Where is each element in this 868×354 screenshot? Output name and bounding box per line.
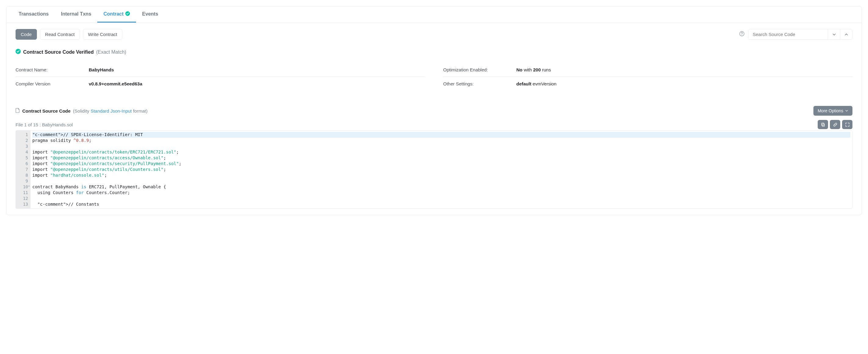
tab-contract[interactable]: Contract <box>97 6 136 23</box>
verified-subtitle: (Exact Match) <box>96 50 126 55</box>
verified-badge-icon <box>125 11 130 17</box>
code-line: pragma solidity ^0.8.9; <box>32 138 850 143</box>
file-icon <box>16 108 20 114</box>
search-next-button[interactable] <box>828 29 840 39</box>
contract-panel: Transactions Internal Txns Contract Even… <box>6 6 862 215</box>
code-line: "c-comment">// Constants <box>32 201 850 207</box>
help-icon[interactable] <box>739 31 744 37</box>
line-number-gutter: 12345678910▾111213 <box>16 130 31 208</box>
code-line: import "@openzeppelin/contracts/token/ER… <box>32 149 850 155</box>
contract-name-value: BabyHands <box>89 67 114 72</box>
code-line: "c-comment">// SPDX-License-Identifier: … <box>32 132 850 138</box>
contract-subbar: Code Read Contract Write Contract <box>16 29 852 40</box>
subtab-group: Code Read Contract Write Contract <box>16 29 122 40</box>
file-position-label: File 1 of 15 : BabyHands.sol <box>16 122 73 127</box>
search-prev-button[interactable] <box>840 29 852 39</box>
subbar-right <box>739 29 852 40</box>
compiler-version-value: v0.8.9+commit.e5eed63a <box>89 81 143 86</box>
info-row-optimization: Optimization Enabled: No with 200 runs <box>443 63 852 77</box>
code-line: import "@openzeppelin/contracts/utils/Co… <box>32 167 850 172</box>
source-head-left: Contract Source Code (Solidity Standard … <box>16 108 148 114</box>
source-head: Contract Source Code (Solidity Standard … <box>16 106 852 116</box>
other-settings-label: Other Settings: <box>443 81 516 86</box>
compiler-version-label: Compiler Version <box>16 81 89 86</box>
tab-contract-label: Contract <box>103 11 124 17</box>
info-col-right: Optimization Enabled: No with 200 runs O… <box>443 63 852 91</box>
svg-rect-5 <box>822 123 824 125</box>
check-circle-icon <box>16 49 21 56</box>
permalink-button[interactable] <box>830 120 840 129</box>
source-code-title: Contract Source Code <box>22 108 70 114</box>
code-line <box>32 178 850 184</box>
code-line: import "hardhat/console.sol"; <box>32 172 850 178</box>
read-contract-button[interactable]: Read Contract <box>40 29 80 40</box>
main-tabs: Transactions Internal Txns Contract Even… <box>6 6 862 23</box>
code-line <box>32 143 850 149</box>
optimization-value: No with 200 runs <box>516 67 551 72</box>
file-row: File 1 of 15 : BabyHands.sol <box>16 120 852 129</box>
chevron-down-icon <box>845 108 848 113</box>
write-contract-button[interactable]: Write Contract <box>83 29 123 40</box>
tab-internal-txns[interactable]: Internal Txns <box>55 6 98 23</box>
copy-button[interactable] <box>818 120 828 129</box>
info-row-compiler: Compiler Version v0.8.9+commit.e5eed63a <box>16 77 425 91</box>
more-options-button[interactable]: More Options <box>813 106 852 116</box>
editor-icon-buttons <box>818 120 852 129</box>
info-col-left: Contract Name: BabyHands Compiler Versio… <box>16 63 425 91</box>
svg-point-2 <box>742 34 742 35</box>
code-line: contract BabyHands is ERC721, PullPaymen… <box>32 184 850 190</box>
code-content: "c-comment">// SPDX-License-Identifier: … <box>31 130 852 208</box>
json-input-link[interactable]: Standard Json-Input <box>91 108 132 114</box>
contract-name-label: Contract Name: <box>16 67 89 72</box>
tab-content: Code Read Contract Write Contract <box>6 23 862 215</box>
contract-info-grid: Contract Name: BabyHands Compiler Versio… <box>16 63 852 91</box>
optimization-label: Optimization Enabled: <box>443 67 516 72</box>
tab-events[interactable]: Events <box>136 6 164 23</box>
other-settings-value: default evmVersion <box>516 81 557 86</box>
code-line <box>32 196 850 201</box>
info-row-other: Other Settings: default evmVersion <box>443 77 852 91</box>
tab-transactions[interactable]: Transactions <box>12 6 55 23</box>
code-editor[interactable]: 12345678910▾111213 "c-comment">// SPDX-L… <box>16 130 852 209</box>
code-line: import "@openzeppelin/contracts/security… <box>32 161 850 167</box>
info-row-name: Contract Name: BabyHands <box>16 63 425 77</box>
search-source-group <box>748 29 852 40</box>
verified-title: Contract Source Code Verified <box>23 50 94 55</box>
svg-rect-4 <box>822 124 825 126</box>
verified-row: Contract Source Code Verified (Exact Mat… <box>16 49 852 56</box>
code-line: import "@openzeppelin/contracts/access/O… <box>32 155 850 161</box>
code-line: using Counters for Counters.Counter; <box>32 190 850 196</box>
fullscreen-button[interactable] <box>842 120 852 129</box>
code-button[interactable]: Code <box>16 29 37 40</box>
search-input[interactable] <box>748 29 828 39</box>
